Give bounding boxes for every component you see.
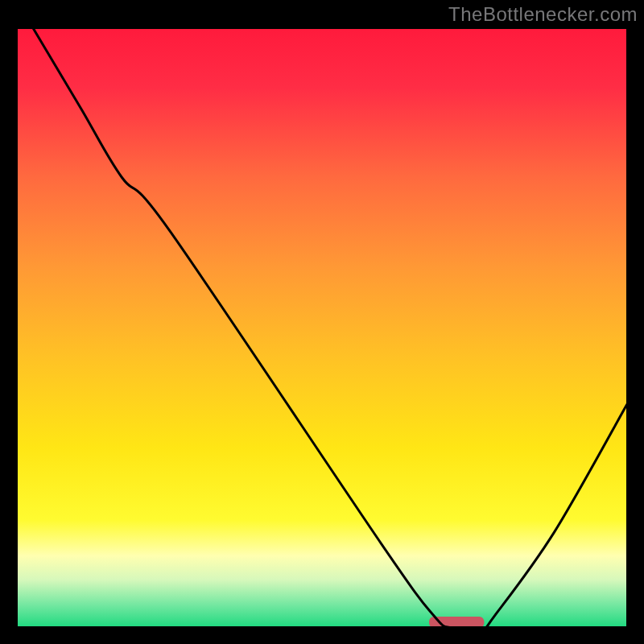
chart-svg — [0, 0, 644, 644]
gradient-background — [16, 27, 628, 628]
chart-container: TheBottlenecker.com — [0, 0, 644, 644]
